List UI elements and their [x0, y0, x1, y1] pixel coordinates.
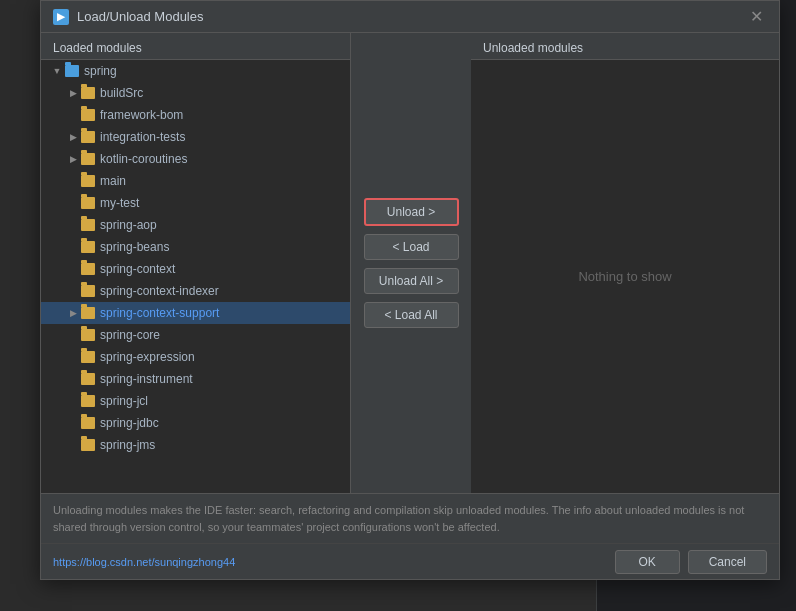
load-all-button[interactable]: < Load All [364, 302, 459, 328]
expand-arrow-spring: ▼ [49, 63, 65, 79]
folder-icon-spring [65, 65, 79, 77]
dialog-icon: ▶ [53, 9, 69, 25]
folder-icon-spring-jms [81, 439, 95, 451]
item-label-my-test: my-test [100, 196, 139, 210]
item-label-integration-tests: integration-tests [100, 130, 185, 144]
tree-item-spring-instrument[interactable]: spring-instrument [41, 368, 350, 390]
folder-icon-buildsrc [81, 87, 95, 99]
left-panel: Loaded modules ▼ spring ▶ buildSrc [41, 33, 351, 493]
close-button[interactable]: ✕ [746, 9, 767, 25]
load-button[interactable]: < Load [364, 234, 459, 260]
dialog-title: Load/Unload Modules [77, 9, 203, 24]
tree-item-my-test[interactable]: my-test [41, 192, 350, 214]
panels-row: Loaded modules ▼ spring ▶ buildSrc [41, 33, 779, 493]
middle-buttons: Unload > < Load Unload All > < Load All [351, 33, 471, 493]
expand-arrow-kotlin-coroutines: ▶ [65, 151, 81, 167]
left-panel-header: Loaded modules [41, 33, 350, 59]
tree-item-spring-expression[interactable]: spring-expression [41, 346, 350, 368]
expand-arrow-spring-context-support: ▶ [65, 305, 81, 321]
right-panel-header: Unloaded modules [471, 33, 779, 59]
url-text: https://blog.csdn.net/sunqingzhong44 [53, 556, 607, 568]
folder-icon-kotlin-coroutines [81, 153, 95, 165]
item-label-spring-context-indexer: spring-context-indexer [100, 284, 219, 298]
right-panel: Unloaded modules Nothing to show [471, 33, 779, 493]
folder-icon-spring-context-indexer [81, 285, 95, 297]
tree-item-spring-context-support[interactable]: ▶ spring-context-support [41, 302, 350, 324]
tree-item-integration-tests[interactable]: ▶ integration-tests [41, 126, 350, 148]
folder-icon-main [81, 175, 95, 187]
item-label-spring-beans: spring-beans [100, 240, 169, 254]
item-label-spring-instrument: spring-instrument [100, 372, 193, 386]
unload-all-button[interactable]: Unload All > [364, 268, 459, 294]
folder-icon-spring-context [81, 263, 95, 275]
folder-icon-framework-bom [81, 109, 95, 121]
title-bar-left: ▶ Load/Unload Modules [53, 9, 203, 25]
tree-item-spring-context-indexer[interactable]: spring-context-indexer [41, 280, 350, 302]
tree-item-spring-jdbc[interactable]: spring-jdbc [41, 412, 350, 434]
item-label-main: main [100, 174, 126, 188]
tree-item-spring-core[interactable]: spring-core [41, 324, 350, 346]
folder-icon-spring-instrument [81, 373, 95, 385]
dialog-title-bar: ▶ Load/Unload Modules ✕ [41, 1, 779, 33]
cancel-button[interactable]: Cancel [688, 550, 767, 574]
folder-icon-spring-beans [81, 241, 95, 253]
tree-item-framework-bom[interactable]: framework-bom [41, 104, 350, 126]
tree-item-spring-jcl[interactable]: spring-jcl [41, 390, 350, 412]
item-label-spring-jcl: spring-jcl [100, 394, 148, 408]
folder-icon-my-test [81, 197, 95, 209]
item-label-kotlin-coroutines: kotlin-coroutines [100, 152, 187, 166]
modules-tree[interactable]: ▼ spring ▶ buildSrc [41, 59, 350, 493]
info-text: Unloading modules makes the IDE faster: … [53, 504, 744, 533]
info-bar: Unloading modules makes the IDE faster: … [41, 493, 779, 543]
item-label-buildsrc: buildSrc [100, 86, 143, 100]
tree-item-spring-beans[interactable]: spring-beans [41, 236, 350, 258]
item-label-spring-jms: spring-jms [100, 438, 155, 452]
item-label-framework-bom: framework-bom [100, 108, 183, 122]
dialog-overlay: te to ile-> ndenci EA-160 to In th run f… [0, 0, 796, 611]
tree-item-kotlin-coroutines[interactable]: ▶ kotlin-coroutines [41, 148, 350, 170]
folder-icon-spring-jcl [81, 395, 95, 407]
expand-arrow-integration-tests: ▶ [65, 129, 81, 145]
item-label-spring-context: spring-context [100, 262, 175, 276]
dialog-body: Loaded modules ▼ spring ▶ buildSrc [41, 33, 779, 579]
folder-icon-integration-tests [81, 131, 95, 143]
tree-item-spring-jms[interactable]: spring-jms [41, 434, 350, 456]
unload-button[interactable]: Unload > [364, 198, 459, 226]
folder-icon-spring-jdbc [81, 417, 95, 429]
tree-item-main[interactable]: main [41, 170, 350, 192]
load-unload-dialog: ▶ Load/Unload Modules ✕ Loaded modules ▼ [40, 0, 780, 580]
nothing-to-show-text: Nothing to show [578, 269, 671, 284]
item-label-spring-expression: spring-expression [100, 350, 195, 364]
item-label-spring-core: spring-core [100, 328, 160, 342]
folder-icon-spring-context-support [81, 307, 95, 319]
tree-item-spring-aop[interactable]: spring-aop [41, 214, 350, 236]
folder-icon-spring-core [81, 329, 95, 341]
item-label-spring-jdbc: spring-jdbc [100, 416, 159, 430]
bottom-bar: https://blog.csdn.net/sunqingzhong44 OK … [41, 543, 779, 579]
tree-item-spring[interactable]: ▼ spring [41, 60, 350, 82]
ok-button[interactable]: OK [615, 550, 680, 574]
item-label-spring: spring [84, 64, 117, 78]
folder-icon-spring-aop [81, 219, 95, 231]
item-label-spring-aop: spring-aop [100, 218, 157, 232]
item-label-spring-context-support: spring-context-support [100, 306, 219, 320]
expand-arrow-buildsrc: ▶ [65, 85, 81, 101]
unloaded-modules-area: Nothing to show [471, 59, 779, 493]
folder-icon-spring-expression [81, 351, 95, 363]
tree-item-spring-context[interactable]: spring-context [41, 258, 350, 280]
tree-item-buildsrc[interactable]: ▶ buildSrc [41, 82, 350, 104]
